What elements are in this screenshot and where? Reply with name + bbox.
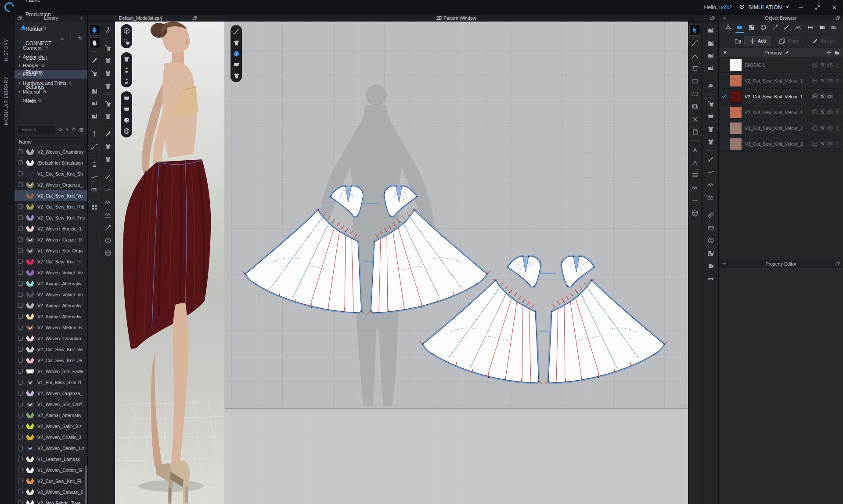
item-checkbox[interactable] (18, 424, 23, 428)
library-list-item[interactable]: V2_Woven_Chambra (14, 333, 87, 344)
fabric-copy-icon[interactable] (827, 109, 833, 115)
topstitch-icon[interactable] (103, 209, 114, 220)
avatar-fit-icon[interactable] (89, 158, 100, 169)
texture-grid-icon[interactable] (89, 202, 100, 212)
library-list-item[interactable]: V2_Cut_Sew_Knit_Tric (14, 212, 87, 223)
item-checkbox[interactable] (18, 380, 23, 385)
viewport-3d[interactable] (115, 22, 224, 504)
item-checkbox[interactable] (18, 281, 23, 286)
tool-button[interactable] (706, 77, 715, 77)
item-checkbox[interactable] (18, 402, 23, 407)
item-checkbox[interactable] (18, 358, 23, 363)
show-fabric-2d-icon[interactable] (232, 61, 240, 68)
item-checkbox[interactable] (18, 171, 23, 176)
show-avatar-icon[interactable] (122, 77, 130, 85)
item-checkbox[interactable] (18, 314, 23, 319)
close-button[interactable] (829, 3, 839, 12)
library-list-item[interactable]: V2_Woven_Challis_3. (14, 432, 87, 443)
library-list-item[interactable]: V1_Cut_Sew_Knit_Sh (14, 168, 87, 179)
tool-button[interactable] (104, 94, 112, 95)
library-scrollbar[interactable] (85, 465, 87, 504)
tool-button[interactable] (706, 150, 715, 151)
item-checkbox[interactable] (18, 479, 23, 483)
tape-2d-icon[interactable] (705, 222, 716, 233)
tab-button[interactable] (758, 22, 768, 32)
item-checkbox[interactable] (18, 325, 23, 330)
library-list-item[interactable]: V2_Woven_Organza_ (14, 179, 87, 190)
fabric-texture-icon[interactable] (820, 109, 825, 115)
fold-arrangement-icon[interactable] (89, 141, 100, 152)
float-panel-icon[interactable] (835, 261, 840, 266)
show-base-pattern-icon[interactable] (232, 72, 240, 79)
minimize-button[interactable] (796, 3, 806, 12)
fabric-row[interactable]: V2_Cut_Sew_Knit_Velour_1 (719, 104, 843, 120)
scene-cube-icon[interactable] (103, 248, 114, 259)
texture-edit-2d-icon[interactable] (705, 136, 716, 147)
tool-button[interactable] (90, 198, 99, 198)
wind-tool-icon[interactable] (89, 171, 100, 182)
library-list-item[interactable]: V2_Cut_Sew_Knit_IT (14, 256, 87, 267)
library-list-item[interactable]: V2_Animal_Alternativ (14, 410, 87, 421)
checker-tool-icon[interactable] (705, 248, 716, 259)
grading-text-icon[interactable]: A (689, 157, 700, 168)
grid-view-icon[interactable] (79, 127, 84, 132)
edit-sewing-icon[interactable] (89, 111, 100, 122)
undo-icon[interactable] (77, 36, 82, 40)
text-tool-icon[interactable]: A (689, 144, 700, 155)
tab-zipper[interactable] (770, 22, 780, 32)
shirring-icon[interactable] (705, 179, 716, 190)
menu-item[interactable]: Plugins (19, 65, 58, 79)
item-checkbox[interactable] (18, 182, 23, 187)
mn-sewing-icon[interactable] (705, 50, 716, 61)
view-cube-icon[interactable] (122, 27, 130, 35)
grading-lines-icon[interactable] (689, 169, 700, 180)
item-checkbox[interactable] (18, 347, 23, 352)
show-garment-icon[interactable] (122, 55, 130, 63)
button-2d-icon[interactable] (705, 235, 716, 246)
assign-button[interactable]: Assign (807, 36, 840, 46)
item-checkbox[interactable] (18, 446, 23, 450)
menu-item[interactable]: CONNECT (19, 36, 58, 50)
fabric-texture-icon[interactable] (820, 125, 825, 131)
tab-graphic[interactable] (746, 22, 757, 32)
tab-modular-library[interactable]: MODULAR LIBRARY (4, 76, 9, 125)
segment-sewing-icon[interactable] (89, 85, 100, 96)
menu-item[interactable]: Production (19, 7, 58, 22)
show-particle-icon[interactable] (122, 66, 130, 74)
item-checkbox[interactable] (18, 391, 23, 396)
rectangle-pattern-icon[interactable] (689, 76, 700, 86)
ruler-tool-icon[interactable] (705, 209, 716, 220)
item-checkbox[interactable] (18, 259, 23, 264)
item-checkbox[interactable] (18, 457, 23, 461)
library-list-item[interactable]: V1_Woven_Silk_Faille (14, 366, 87, 377)
cut-sew-icon[interactable] (689, 114, 700, 125)
item-checkbox[interactable] (18, 369, 23, 374)
library-list-item[interactable]: V2_Cut_Sew_Knit_Rib (14, 201, 87, 212)
fabric-delete-icon[interactable] (835, 141, 840, 147)
simulate-icon[interactable] (89, 25, 100, 36)
texture-garment-icon[interactable] (103, 141, 114, 152)
library-list-item[interactable]: V1_Fur_Mink_Skin.zf (14, 377, 87, 388)
free-sewing-2d-icon[interactable] (705, 37, 716, 48)
chevron-down-icon[interactable] (785, 5, 789, 9)
copy-button[interactable]: Copy (774, 36, 804, 46)
notch-tool-icon[interactable] (689, 182, 700, 193)
show-curve-2d-icon[interactable] (232, 28, 240, 36)
steam-icon[interactable] (103, 184, 114, 195)
library-list-item[interactable]: V2_Woven_Velvet_Ve (14, 289, 87, 300)
iron-tool-icon[interactable] (705, 80, 716, 91)
refresh-icon[interactable] (72, 127, 76, 132)
tool-button[interactable] (90, 82, 99, 82)
fabric-texture-icon[interactable] (820, 141, 825, 147)
fabric-delete-icon[interactable] (835, 62, 840, 68)
fabric-copy-icon[interactable] (827, 62, 833, 68)
library-list-item[interactable]: V2_Woven_Velvet_Ve (14, 267, 87, 278)
button-tool-icon[interactable] (103, 235, 114, 246)
library-list-item[interactable]: V2_Woven_Denim_1.z (14, 443, 87, 454)
library-list-item[interactable]: V1_Woven_Silk_Orga (14, 245, 87, 256)
search-options-caret-icon[interactable] (65, 128, 69, 131)
show-seams-icon[interactable] (122, 105, 130, 113)
item-checkbox[interactable] (18, 248, 23, 253)
baste-icon[interactable] (103, 197, 114, 208)
transform-pattern-icon[interactable] (689, 25, 700, 36)
